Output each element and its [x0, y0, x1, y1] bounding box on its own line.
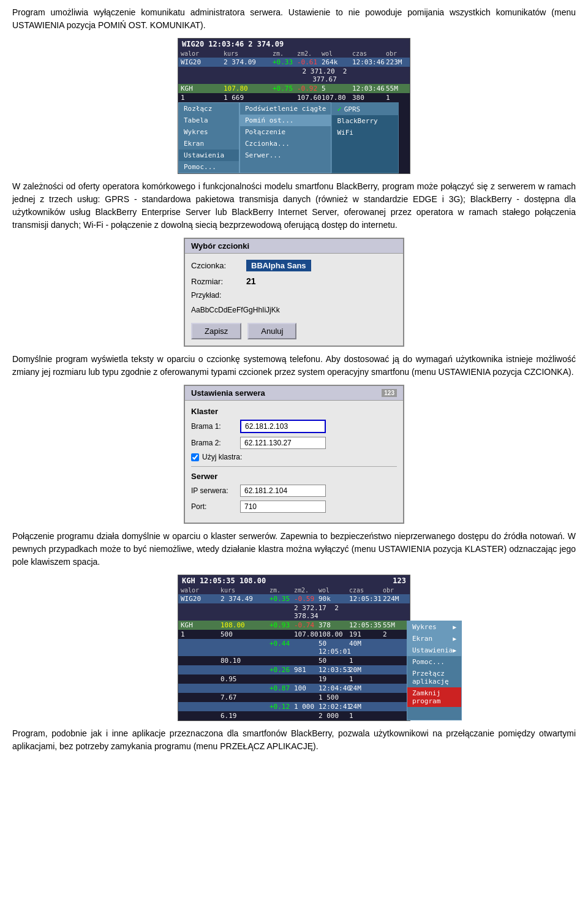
col-zm2: zm2.	[297, 50, 322, 57]
ip-label: IP serwera:	[191, 486, 240, 495]
screen4-header: walor kurs zm. zm2. wol czas obr	[178, 586, 410, 594]
col-zm: zm.	[273, 50, 297, 57]
menu-ustawienia[interactable]: Ustawienia	[179, 149, 239, 161]
port-field: Port:	[191, 501, 397, 513]
main-menu[interactable]: Rozłącz Tabela Wykres Ekran Ustawienia P…	[178, 102, 239, 173]
ssmenu-gprs[interactable]: ✓ GPRS	[332, 103, 398, 115]
font-czcionka-field: Czcionka: BBAlpha Sans	[191, 260, 397, 271]
menu4-ustawienia[interactable]: Ustawienia ▶	[407, 644, 461, 656]
submenu-serwer[interactable]: Serwer...	[240, 149, 331, 161]
screen1-title: WIG20 12:03:46 2 374.09	[178, 39, 410, 50]
font-dialog-body: Czcionka: BBAlpha Sans Rozmiar: 21 Przyk…	[185, 254, 403, 346]
menu4-ekran[interactable]: Ekran ▶	[407, 633, 461, 644]
col-wol: wol	[322, 50, 352, 57]
menu4-przelacz[interactable]: Przełącz aplikację	[407, 668, 461, 687]
kgh-row: KGH 107.80 +0.75 -0.92 5 12:03:46 55M	[178, 84, 410, 93]
czcionka-value[interactable]: BBAlpha Sans	[246, 260, 311, 271]
klaster-section-header: Klaster	[191, 407, 397, 416]
screen4-main-area: KGH 108.00 +0.93 -0.74 378 12:05:35 55M …	[178, 621, 410, 720]
sub-sub-menu[interactable]: ✓ GPRS BlackBerry WiFi	[331, 102, 399, 173]
brama2-input[interactable]	[240, 437, 326, 449]
server-dialog: Ustawienia serwera 123 Klaster Brama 1: …	[184, 385, 404, 524]
submenu-pomin[interactable]: Pomiń ost...	[240, 115, 331, 126]
screenshot1-container: WIG20 12:03:46 2 374.09 walor kurs zm. z…	[12, 38, 576, 174]
port-label: Port:	[191, 502, 240, 511]
wig20-total: 2 371.20 2 377.67	[178, 67, 410, 84]
col-czas: czas	[352, 50, 386, 57]
screen4-icon: 123	[393, 576, 406, 585]
brama2-label: Brama 2:	[191, 439, 240, 447]
screen4-title: KGH 12:05:35 108.00 123	[178, 575, 410, 586]
screen1: WIG20 12:03:46 2 374.09 walor kurs zm. z…	[178, 38, 410, 174]
menu-rozlacz[interactable]: Rozłącz	[179, 103, 239, 115]
font-dialog-title: Wybór czcionki	[185, 239, 403, 254]
example-label: Przykład:	[191, 291, 397, 300]
screen1-header: walor kurs zm. zm2. wol czas obr	[178, 50, 410, 58]
screen4: KGH 12:05:35 108.00 123 walor kurs zm. z…	[178, 575, 410, 721]
section2-paragraph: Domyślnie program wyświetla teksty w opa…	[12, 353, 576, 379]
col-obr: obr	[386, 50, 407, 57]
cancel-button[interactable]: Anuluj	[247, 323, 296, 339]
section1-paragraph: W zależności od oferty operatora komórko…	[12, 180, 576, 232]
kgh-detail: 1 1 669 107.60 107.80 380 1	[178, 93, 410, 102]
keyboard-icon: 123	[382, 389, 397, 397]
kgh-extra3: +0.26 981 12:03:53 20M	[178, 665, 407, 674]
brama1-label: Brama 1:	[191, 422, 240, 431]
server-dialog-title-text: Ustawienia serwera	[191, 388, 265, 398]
submenu-podswietlenie[interactable]: Podświetlenie ciągłe	[240, 103, 331, 115]
screenshot4-container: KGH 12:05:35 108.00 123 walor kurs zm. z…	[12, 575, 576, 721]
ssmenu-blackberry[interactable]: BlackBerry	[332, 115, 398, 127]
menu4-zamknij[interactable]: Zamknij program	[407, 687, 461, 707]
font-dialog: Wybór czcionki Czcionka: BBAlpha Sans Ro…	[184, 238, 404, 347]
screenshot3-container: Ustawienia serwera 123 Klaster Brama 1: …	[12, 385, 576, 524]
kgh-detail1: 1 500 107.80 108.00 191 2	[178, 630, 407, 639]
kgh-extra6: 7.67 1 500	[178, 693, 407, 702]
czcionka-label: Czcionka:	[191, 261, 246, 270]
screen4-title-text: KGH 12:05:35 108.00	[182, 576, 266, 585]
col-walor: walor	[181, 50, 224, 57]
server-dialog-title: Ustawienia serwera 123	[185, 386, 403, 401]
brama2-field: Brama 2:	[191, 437, 397, 449]
menu-tabela[interactable]: Tabela	[179, 115, 239, 126]
screenshot2-container: Wybór czcionki Czcionka: BBAlpha Sans Ro…	[12, 238, 576, 347]
rozmiar-value: 21	[246, 276, 256, 286]
intro-paragraph: Program umożliwia wyłączenie komunikatu …	[12, 6, 576, 32]
serwer-section-header: Serwer	[191, 472, 397, 481]
arrow-icon-ekran: ▶	[453, 635, 456, 642]
section4-paragraph: Program, podobnie jak i inne aplikacje p…	[12, 727, 576, 753]
check-icon: ✓	[337, 105, 341, 113]
menu4-wykres[interactable]: Wykres ▶	[407, 621, 461, 633]
font-rozmiar-field: Rozmiar: 21	[191, 276, 397, 286]
ip-field: IP serwera:	[191, 485, 397, 497]
port-input[interactable]	[240, 501, 326, 513]
submenu-czcionka[interactable]: Czcionka...	[240, 138, 331, 149]
sub-menu[interactable]: Podświetlenie ciągłe Pomiń ost... Połącz…	[239, 102, 331, 173]
menu-wykres[interactable]: Wykres	[179, 126, 239, 138]
klaster-checkbox-label: Użyj klastra:	[202, 453, 242, 461]
ssmenu-wifi[interactable]: WiFi	[332, 127, 398, 138]
screen4-menu[interactable]: Wykres ▶ Ekran ▶ Ustawienia ▶ Pomoc... P…	[407, 621, 462, 720]
klaster-checkbox[interactable]	[191, 453, 199, 461]
menu4-pomoc[interactable]: Pomoc...	[407, 656, 461, 668]
wig20-row: WIG20 2 374.09 +0.33 -0.61 264k 12:03:46…	[178, 58, 410, 67]
kgh-extra1: +0.44 50 12:05:01 40M	[178, 639, 407, 656]
section3-paragraph: Połączenie programu działa domyślnie w o…	[12, 530, 576, 569]
screen4-wig20-row: WIG20 2 374.49 +0.35 -0.59 90k 12:05:31 …	[178, 594, 410, 603]
col-kurs: kurs	[224, 50, 273, 57]
screen4-wig20-total: 2 372.17 2 378.34	[178, 603, 410, 621]
menu-pomoc[interactable]: Pomoc...	[179, 161, 239, 173]
ip-input[interactable]	[240, 485, 326, 497]
server-dialog-body: Klaster Brama 1: Brama 2: Użyj klastra: …	[185, 401, 403, 523]
save-button[interactable]: Zapisz	[191, 323, 241, 339]
screen4-data-area: KGH 108.00 +0.93 -0.74 378 12:05:35 55M …	[178, 621, 407, 720]
menu-ekran[interactable]: Ekran	[179, 138, 239, 149]
screen4-kgh-row: KGH 108.00 +0.93 -0.74 378 12:05:35 55M	[178, 621, 407, 630]
kgh-extra4: 0.95 19 1	[178, 674, 407, 684]
kgh-extra7: +0.12 1 000 12:02:41 24M	[178, 702, 407, 711]
section-divider	[191, 466, 397, 467]
submenu-polaczenie[interactable]: Połączenie	[240, 126, 331, 138]
example-text: AaBbCcDdEeFfGgHhIiJjKk	[191, 303, 397, 317]
kgh-extra8: 6.19 2 000 1	[178, 711, 407, 720]
rozmiar-label: Rozmiar:	[191, 277, 246, 286]
brama1-input[interactable]	[240, 420, 326, 433]
